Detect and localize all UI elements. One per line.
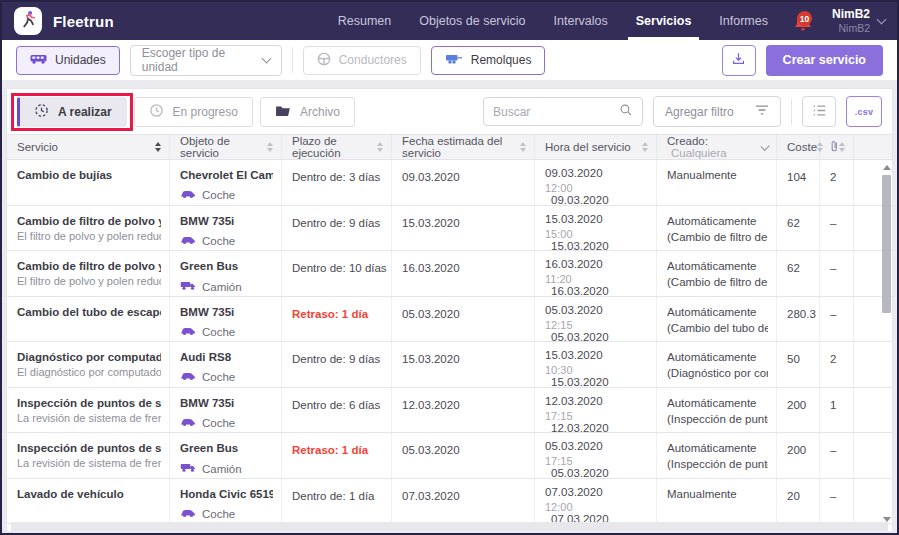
nav-intervalos[interactable]: Intervalos — [540, 2, 622, 40]
attachments-count: 2 — [830, 353, 836, 365]
end-date: 15.03.2020 — [551, 240, 607, 251]
tab-a-realizar[interactable]: A realizar — [17, 97, 127, 127]
add-filter-select[interactable]: Agregar filtro — [653, 96, 781, 127]
column-plazo-label: Plazo de ejecución — [292, 135, 377, 159]
start-time: 12:00 — [545, 182, 601, 194]
created-detail: (Cambio de filtro de polvo y — [667, 274, 768, 290]
scroll-down-arrow-icon[interactable] — [883, 517, 891, 522]
table-row[interactable]: Diagnóstico por computadoraEl diagnóstic… — [7, 342, 892, 388]
sort-icon[interactable] — [155, 142, 161, 152]
attachments-count: – — [830, 217, 836, 229]
column-servicio-label: Servicio — [17, 141, 58, 153]
brand-title: Fleetrun — [53, 13, 114, 30]
unit-name: Honda Civic 6519 — [180, 486, 273, 503]
tab-archivo[interactable]: Archivo — [260, 97, 355, 127]
unit-type-select[interactable]: Escoger tipo de unidad — [130, 45, 282, 76]
sort-icon[interactable] — [377, 142, 383, 152]
sort-icon[interactable] — [267, 142, 273, 152]
chevron-down-icon — [877, 14, 887, 24]
top-navigation-bar: Fleetrun Resumen Objetos de servicio Int… — [2, 2, 897, 40]
start-date: 09.03.2020 — [545, 167, 601, 179]
estimated-date: 09.03.2020 — [402, 171, 460, 183]
nav-resumen[interactable]: Resumen — [324, 2, 406, 40]
service-title: Cambio del tubo de escape — [17, 304, 161, 321]
column-plazo[interactable]: Plazo de ejecución — [282, 135, 392, 159]
deadline-status: Dentro de: 9 días — [292, 353, 380, 365]
column-hora[interactable]: Hora del servicio — [535, 135, 657, 159]
nav-objetos-de-servicio[interactable]: Objetos de servicio — [405, 2, 539, 40]
filters-divider — [791, 99, 792, 125]
tab-en-progreso[interactable]: En progreso — [134, 97, 253, 127]
table-row[interactable]: Cambio del tubo de escapeBMW 735iCocheRe… — [7, 297, 892, 343]
nav-servicios[interactable]: Servicios — [622, 2, 706, 40]
search-icon[interactable] — [619, 103, 633, 121]
list-view-button[interactable] — [802, 96, 836, 127]
table-header: Servicio Objeto de servicio Plazo de eje… — [7, 134, 892, 160]
created-detail: (Inspección de puntos de se — [667, 456, 768, 472]
filter-icon — [755, 104, 769, 119]
sort-icon[interactable] — [520, 142, 526, 152]
table-row[interactable]: Inspección de puntos de segurid...La rev… — [7, 433, 892, 479]
service-title: Inspección de puntos de segurid... — [17, 395, 161, 412]
export-button[interactable] — [722, 45, 756, 76]
attachments-count: 2 — [830, 171, 836, 183]
start-time: 12:00 — [545, 501, 601, 513]
unit-name: BMW 735i — [180, 304, 273, 321]
column-fecha-estimada[interactable]: Fecha estimada del servicio — [392, 135, 535, 159]
table-row[interactable]: Cambio de bujíasChevrolet El CaminoCoche… — [7, 160, 892, 206]
table-row[interactable]: Cambio de filtro de polvo y polenEl filt… — [7, 206, 892, 252]
attachments-count: – — [830, 262, 836, 274]
column-fecha-label: Fecha estimada del servicio — [402, 135, 520, 159]
toolbar: Unidades Escoger tipo de unidad Conducto… — [2, 40, 897, 80]
deadline-status: Retraso: 1 día — [292, 444, 368, 456]
nav-informes[interactable]: Informes — [705, 2, 782, 40]
service-title: Cambio de filtro de polvo y polen — [17, 213, 161, 230]
sort-icon[interactable] — [642, 142, 648, 152]
unit-type-label: Coche — [202, 417, 235, 429]
horizontal-scrollbar[interactable] — [11, 522, 888, 531]
create-service-button[interactable]: Crear servicio — [766, 45, 883, 76]
car-icon — [180, 371, 196, 383]
sort-icon[interactable] — [839, 142, 845, 152]
tab-archivo-label: Archivo — [300, 105, 340, 119]
estimated-date: 15.03.2020 — [402, 217, 460, 229]
vertical-scrollbar[interactable] — [880, 163, 894, 524]
start-date: 05.03.2020 — [545, 440, 601, 452]
column-servicio[interactable]: Servicio — [7, 135, 170, 159]
notifications-bell[interactable]: 10 — [792, 8, 818, 34]
toolbar-divider — [292, 47, 293, 73]
conductores-button[interactable]: Conductores — [303, 46, 421, 75]
tabs-row: A realizar En progreso — [7, 89, 892, 134]
cost-value: 50 — [787, 353, 800, 365]
created-by: Manualmente — [667, 486, 768, 502]
estimated-date: 05.03.2020 — [402, 444, 460, 456]
end-date: 09.03.2020 — [551, 194, 607, 205]
unidades-button[interactable]: Unidades — [16, 46, 120, 75]
start-date: 12.03.2020 — [545, 395, 601, 407]
start-date: 07.03.2020 — [545, 486, 601, 498]
estimated-date: 12.03.2020 — [402, 399, 460, 411]
folder-icon — [275, 104, 291, 120]
truck-icon — [180, 462, 196, 475]
column-coste-label: Coste — [787, 141, 817, 153]
remolques-label: Remolques — [471, 53, 532, 67]
bus-icon — [30, 53, 47, 68]
table-row[interactable]: Inspección de puntos de segurid...La rev… — [7, 388, 892, 434]
estimated-date: 15.03.2020 — [402, 353, 460, 365]
column-objeto-de-servicio[interactable]: Objeto de servicio — [170, 135, 282, 159]
column-attachments[interactable] — [820, 135, 854, 159]
scroll-up-arrow-icon[interactable] — [883, 165, 891, 170]
scrollbar-thumb[interactable] — [882, 175, 891, 313]
user-menu[interactable]: NimB2 NimB2 — [832, 7, 885, 35]
search-input[interactable] — [493, 105, 613, 119]
table-row[interactable]: Cambio de filtro de polvo y polenEl filt… — [7, 251, 892, 297]
remolques-button[interactable]: Remolques — [431, 46, 546, 75]
csv-export-button[interactable]: .csv — [846, 96, 882, 127]
cost-value: 62 — [787, 262, 800, 274]
column-hora-label: Hora del servicio — [545, 141, 631, 153]
trailer-icon — [445, 53, 463, 68]
history-clock-icon — [34, 103, 49, 121]
column-creado-filter[interactable]: Creado: Cualquiera — [657, 135, 777, 159]
table-row[interactable]: Lavado de vehículoHonda Civic 6519CocheD… — [7, 479, 892, 525]
column-coste[interactable]: Coste — [777, 135, 820, 159]
